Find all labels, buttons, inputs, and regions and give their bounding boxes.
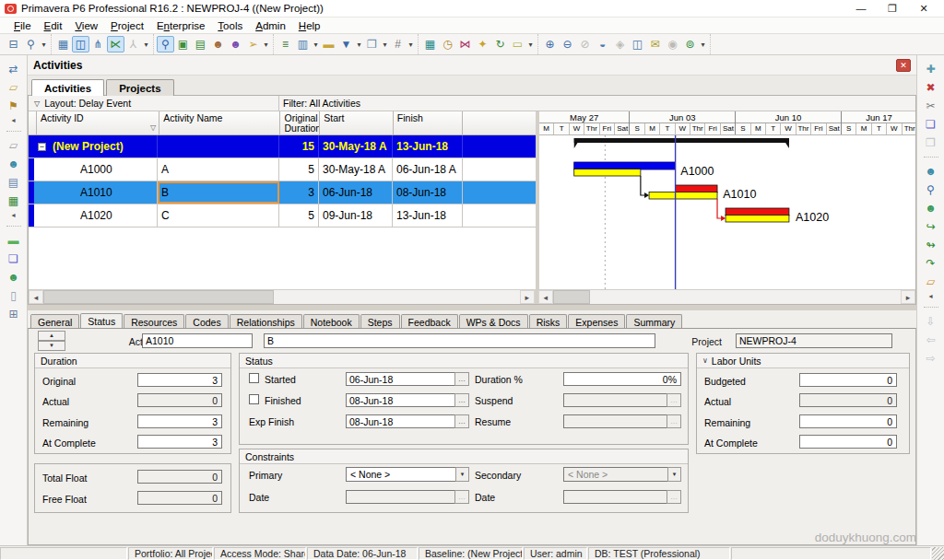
trace-logic-icon[interactable]: ⋉: [107, 36, 124, 52]
activity-codes-icon[interactable]: #: [389, 36, 407, 52]
layout-icon[interactable]: ❐: [363, 36, 381, 52]
finished-checkbox[interactable]: [249, 394, 259, 404]
close-button[interactable]: ✕: [908, 3, 939, 15]
table-view-icon[interactable]: ▦: [54, 36, 72, 52]
paste-icon[interactable]: ❐: [922, 134, 940, 150]
start-cell[interactable]: 30-May-18 A: [319, 135, 393, 158]
finish-cell[interactable]: 13-Jun-18: [393, 135, 463, 158]
dropdown-arrow-icon[interactable]: ▾: [142, 41, 150, 49]
dropdown-arrow-icon[interactable]: ▾: [699, 41, 707, 49]
details-tab-risks[interactable]: Risks: [529, 314, 568, 329]
tab-activities[interactable]: Activities: [31, 79, 104, 96]
menu-view[interactable]: View: [68, 20, 104, 31]
A1010-baseline-bar[interactable]: [649, 192, 717, 200]
activity-row-a1010[interactable]: A1010B306-Jun-1808-Jun-18: [29, 181, 536, 204]
dropdown-arrow-icon[interactable]: ▾: [381, 41, 389, 49]
activity-row-project[interactable]: −(New Project)1530-May-18 A13-Jun-18: [29, 135, 536, 158]
details-tab-feedback[interactable]: Feedback: [401, 314, 458, 329]
print-icon[interactable]: ⊟: [5, 36, 22, 52]
menu-edit[interactable]: Edit: [38, 20, 69, 31]
collapse-project-icon[interactable]: −: [38, 143, 46, 151]
add-activity-icon[interactable]: ✚: [922, 61, 940, 76]
column-header-finish[interactable]: Finish: [394, 111, 464, 135]
assignments-window-icon[interactable]: ➢: [244, 36, 262, 52]
scroll-thumb[interactable]: [43, 290, 274, 304]
details-tab-general[interactable]: General: [30, 314, 79, 329]
resize-grip[interactable]: [932, 547, 944, 560]
activity-network-icon[interactable]: ⋔: [89, 36, 107, 52]
add-resource-icon[interactable]: ☻: [922, 163, 940, 179]
hint-help-icon[interactable]: ◉: [664, 36, 681, 52]
original-duration-cell[interactable]: 5: [279, 158, 319, 181]
find-resources-icon[interactable]: ⚲: [922, 181, 940, 197]
details-tab-summary[interactable]: Summary: [626, 314, 682, 329]
at-complete-duration-field[interactable]: [137, 435, 222, 449]
help-icon[interactable]: ⊚: [681, 36, 699, 52]
column-header-activity-name[interactable]: Activity Name: [159, 111, 280, 135]
progress-spotlight-icon[interactable]: ▭: [509, 36, 526, 52]
started-date-browse-button[interactable]: …: [454, 372, 469, 386]
start-cell[interactable]: 30-May-18 A: [319, 158, 393, 181]
project-field[interactable]: [736, 333, 892, 348]
A1020-baseline-bar[interactable]: [726, 216, 789, 223]
collapse-left-icon-2[interactable]: ◂: [5, 211, 23, 219]
zoom-100-icon[interactable]: ⊘: [576, 36, 594, 52]
back-arrow-icon[interactable]: ⇦: [922, 332, 940, 347]
timescale-icon[interactable]: ▬: [320, 36, 337, 52]
hierarchy-view-icon[interactable]: ⅄: [124, 36, 142, 52]
dropdown-arrow-icon[interactable]: ▾: [526, 41, 535, 49]
progress-bar-icon[interactable]: ▬: [5, 232, 23, 248]
minimize-button[interactable]: —: [845, 3, 877, 15]
at-complete-units-field[interactable]: [799, 435, 897, 449]
layout-options-bar[interactable]: ▽ Layout: Delay Event Filter: All Activi…: [29, 96, 915, 111]
details-tab-resources[interactable]: Resources: [124, 314, 184, 329]
delete-activity-icon[interactable]: ✖: [922, 79, 940, 95]
dropdown-arrow-icon[interactable]: ▾: [40, 41, 48, 49]
tracking-icon[interactable]: ▦: [5, 192, 23, 208]
A1020-remaining-bar[interactable]: [726, 208, 789, 216]
horizontal-split-icon[interactable]: ◒: [594, 36, 611, 52]
collapse-right-icon[interactable]: ◂: [922, 292, 940, 300]
duration-pct-field[interactable]: [563, 372, 681, 386]
activity-name-cell[interactable]: B: [158, 181, 279, 204]
finish-cell[interactable]: 08-Jun-18: [393, 181, 463, 204]
close-layout-button[interactable]: ✕: [896, 59, 911, 72]
horizontal-splitter[interactable]: [28, 304, 916, 310]
finished-date-browse-button[interactable]: …: [454, 393, 469, 407]
wbs-folder-icon[interactable]: ▱: [5, 137, 23, 153]
print-preview-icon[interactable]: ⚲: [22, 36, 40, 52]
A1000-baseline-bar[interactable]: [574, 169, 641, 177]
menu-file[interactable]: File: [7, 20, 38, 31]
projects-window-icon[interactable]: ▣: [174, 36, 192, 52]
activity-id-cell[interactable]: A1020: [34, 204, 158, 227]
original-duration-cell[interactable]: 15: [279, 135, 319, 158]
wbs-window-icon[interactable]: ▤: [192, 36, 209, 52]
finished-date-field[interactable]: [346, 393, 454, 407]
A1000-progress-bar[interactable]: [574, 162, 676, 169]
column-header-start[interactable]: Start: [320, 111, 394, 135]
scroll-track[interactable]: [553, 290, 901, 304]
apply-actuals-icon[interactable]: ✦: [474, 36, 491, 52]
activity-id-field[interactable]: [142, 333, 253, 348]
open-folder-icon[interactable]: ▱: [5, 79, 23, 95]
cut-icon[interactable]: ✂: [922, 98, 940, 113]
dropdown-arrow-icon[interactable]: ▾: [407, 41, 415, 49]
details-tab-codes[interactable]: Codes: [185, 314, 228, 329]
details-tab-steps[interactable]: Steps: [360, 314, 400, 329]
scroll-right-button[interactable]: ▸: [520, 290, 535, 304]
copy-icon[interactable]: ❏: [922, 116, 940, 132]
menu-project[interactable]: Project: [104, 20, 150, 31]
usage-spreadsheet-icon[interactable]: ▦: [421, 36, 439, 52]
scroll-thumb[interactable]: [553, 290, 590, 304]
zoom-in-icon[interactable]: ⊕: [541, 36, 559, 52]
table-hscrollbar[interactable]: ◂ ▸: [29, 290, 535, 304]
collapse-left-icon[interactable]: ◂: [5, 116, 23, 124]
tab-projects[interactable]: Projects: [106, 79, 173, 96]
wp-docs-icon[interactable]: ▱: [922, 274, 940, 289]
exp-finish-date-field[interactable]: [346, 414, 454, 428]
details-tab-relationships[interactable]: Relationships: [230, 314, 302, 329]
activity-name-cell[interactable]: A: [158, 158, 279, 181]
project-summary-bar[interactable]: [574, 138, 789, 143]
scroll-track[interactable]: [43, 290, 520, 304]
gantt-chart-icon[interactable]: ◫: [72, 36, 89, 52]
